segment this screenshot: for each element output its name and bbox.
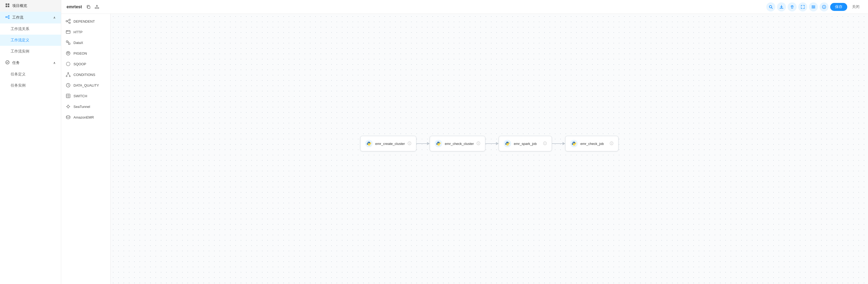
download-button[interactable] <box>777 2 786 11</box>
sidebar-item-project-overview[interactable]: 项目概览 <box>0 0 61 12</box>
flow-node-emr-spark-job[interactable]: emr_spark_job <box>499 136 552 151</box>
dependent-icon <box>65 19 71 24</box>
task-item-seatunnel[interactable]: SeaTunnel <box>61 101 110 112</box>
layout-button[interactable] <box>809 2 818 11</box>
main-area: emrtest <box>61 0 868 284</box>
info-button[interactable] <box>819 2 829 11</box>
amazonemr-icon <box>65 115 71 120</box>
task-section-icon <box>5 60 9 65</box>
info-icon <box>822 5 826 9</box>
svg-rect-19 <box>66 21 67 22</box>
svg-point-42 <box>66 116 70 117</box>
export-button[interactable] <box>93 3 101 11</box>
node-icon-emr-create-cluster <box>365 140 372 147</box>
task-panel: DEPENDENT HTTP <box>61 14 111 284</box>
node-label-emr-spark-job: emr_spark_job <box>514 142 537 146</box>
sidebar-item-workflow-definition[interactable]: 工作流定义 <box>0 35 61 46</box>
task-item-amazonemr-label: AmazonEMR <box>73 115 94 119</box>
task-item-amazonemr[interactable]: AmazonEMR <box>61 112 110 122</box>
node-label-emr-check-job: emr_check_job <box>581 142 604 146</box>
node-info-emr-check-cluster[interactable] <box>476 141 480 146</box>
svg-line-7 <box>7 16 8 17</box>
arrow-1 <box>416 142 430 145</box>
svg-point-14 <box>812 5 813 6</box>
task-item-switch[interactable]: SWITCH <box>61 91 110 101</box>
svg-line-22 <box>67 20 69 21</box>
node-info-emr-spark-job[interactable] <box>543 141 547 146</box>
toolbar: emrtest <box>61 0 868 14</box>
http-icon <box>65 29 71 35</box>
task-item-dependent-label: DEPENDENT <box>73 20 95 24</box>
task-section-label: 任务 <box>12 60 20 65</box>
save-button[interactable]: 保存 <box>830 3 847 11</box>
svg-rect-10 <box>88 6 90 8</box>
task-item-conditions[interactable]: CONDITIONS <box>61 69 110 80</box>
svg-rect-0 <box>6 3 7 5</box>
task-definition-label: 任务定义 <box>11 72 26 77</box>
task-item-conditions-label: CONDITIONS <box>73 73 95 77</box>
data-quality-icon <box>65 83 71 88</box>
fullscreen-icon <box>801 5 805 9</box>
sidebar-item-workflow-instance[interactable]: 工作流实例 <box>0 46 61 57</box>
task-item-dependent[interactable]: DEPENDENT <box>61 16 110 27</box>
pigeon-icon <box>65 51 71 56</box>
svg-point-51 <box>611 142 612 143</box>
delete-button[interactable] <box>787 2 797 11</box>
sidebar: 项目概览 工作流 ∧ 工作流关系 工作流定义 工作流实例 <box>0 0 61 284</box>
sidebar-item-workflow-relations[interactable]: 工作流关系 <box>0 24 61 35</box>
svg-rect-2 <box>6 6 7 7</box>
svg-point-25 <box>67 31 67 31</box>
task-item-datax-label: DataX <box>73 41 83 45</box>
fullscreen-button[interactable] <box>798 2 807 11</box>
task-item-pigeon[interactable]: PIGEON <box>61 48 110 59</box>
task-item-http[interactable]: HTTP <box>61 27 110 37</box>
workflow-instance-label: 工作流实例 <box>11 49 29 54</box>
svg-point-16 <box>813 7 814 8</box>
svg-point-32 <box>68 73 69 74</box>
content-area: DEPENDENT HTTP <box>61 14 868 284</box>
svg-point-29 <box>66 51 70 55</box>
task-item-http-label: HTTP <box>73 30 83 34</box>
sidebar-section-task[interactable]: 任务 ∧ <box>0 57 61 69</box>
sidebar-item-task-instance[interactable]: 任务实例 <box>0 80 61 91</box>
close-button[interactable]: 关闭 <box>849 3 863 11</box>
svg-rect-28 <box>68 43 70 45</box>
svg-rect-1 <box>8 3 9 5</box>
flow-node-emr-create-cluster[interactable]: emr_create_cluster <box>360 136 416 151</box>
task-item-datax[interactable]: DataX <box>61 37 110 48</box>
svg-point-30 <box>68 53 69 54</box>
sidebar-section-workflow[interactable]: 工作流 ∧ <box>0 12 61 24</box>
search-button[interactable] <box>766 2 775 11</box>
task-item-data-quality[interactable]: DATA_QUALITY <box>61 80 110 91</box>
task-item-sqoop[interactable]: SQOOP <box>61 59 110 69</box>
svg-line-23 <box>67 21 69 23</box>
workflow-section-label: 工作流 <box>12 15 24 20</box>
arrow-3 <box>552 142 565 145</box>
sqoop-icon <box>65 61 71 66</box>
switch-icon <box>65 93 71 98</box>
flow-node-emr-check-job[interactable]: emr_check_job <box>565 136 619 151</box>
svg-point-33 <box>66 76 67 77</box>
node-info-emr-check-job[interactable] <box>610 141 614 146</box>
download-icon <box>779 5 784 9</box>
task-item-seatunnel-label: SeaTunnel <box>73 105 90 109</box>
node-info-emr-create-cluster[interactable] <box>408 141 411 146</box>
workflow-canvas[interactable]: emr_create_cluster <box>111 14 868 284</box>
svg-rect-20 <box>69 19 70 21</box>
workflow-relations-label: 工作流关系 <box>11 27 29 31</box>
delete-icon <box>790 5 794 9</box>
conditions-icon <box>65 72 71 77</box>
task-item-sqoop-label: SQOOP <box>73 62 86 66</box>
svg-point-4 <box>6 17 7 18</box>
export-icon <box>95 5 99 9</box>
flow-node-emr-check-cluster[interactable]: emr_check_cluster <box>430 136 486 151</box>
copy-button[interactable] <box>85 3 92 11</box>
workflow-definition-label: 工作流定义 <box>11 38 29 42</box>
sidebar-item-task-definition[interactable]: 任务定义 <box>0 69 61 80</box>
task-item-switch-label: SWITCH <box>73 94 87 98</box>
svg-rect-21 <box>69 22 70 24</box>
workflow-chevron-icon: ∧ <box>53 16 56 20</box>
svg-rect-27 <box>66 41 68 42</box>
node-icon-emr-spark-job <box>504 140 511 147</box>
svg-line-36 <box>68 74 70 76</box>
